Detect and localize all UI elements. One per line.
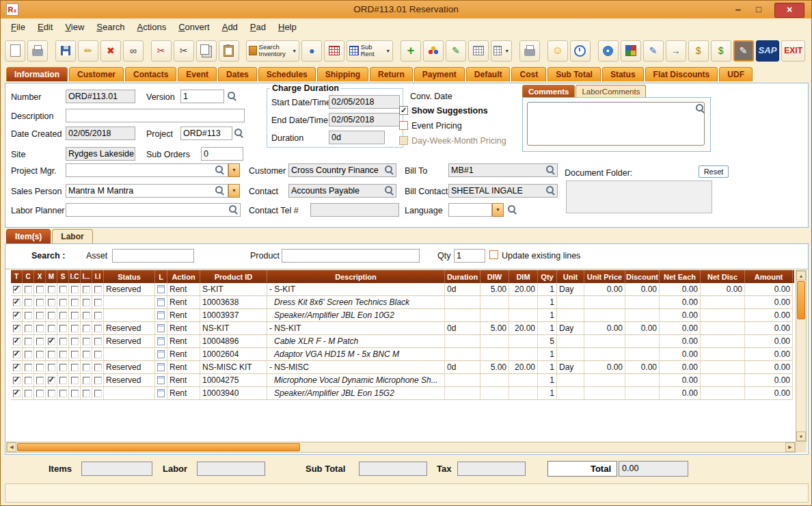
save-button[interactable] xyxy=(55,40,76,62)
comments-tab[interactable]: LaborComments xyxy=(576,85,646,98)
price-list-button[interactable]: $ xyxy=(688,40,709,62)
sales-person-search-icon[interactable] xyxy=(215,185,224,195)
row-checkbox-cell[interactable] xyxy=(11,348,23,361)
description-field[interactable] xyxy=(66,109,245,122)
row-checkbox[interactable] xyxy=(13,364,21,371)
row-checkbox-cell[interactable] xyxy=(23,283,34,296)
delete-button[interactable]: ✖ xyxy=(100,40,121,62)
row-checkbox-cell[interactable] xyxy=(92,387,104,400)
row-checkbox-cell[interactable] xyxy=(69,374,81,387)
row-checkbox[interactable] xyxy=(83,390,90,397)
row-checkbox[interactable] xyxy=(25,364,32,371)
row-checkbox-cell[interactable] xyxy=(23,387,34,400)
show-suggestions-checkbox[interactable] xyxy=(399,106,408,115)
edit-doc-button[interactable]: ✎ xyxy=(643,40,664,62)
row-checkbox-cell[interactable] xyxy=(81,296,92,309)
menu-item[interactable]: File xyxy=(5,21,31,34)
menu-item[interactable]: View xyxy=(59,21,90,34)
ink-drop-button[interactable]: ● xyxy=(301,40,322,62)
tab[interactable]: Default xyxy=(466,67,511,81)
action-cell[interactable]: Rent xyxy=(167,335,200,348)
row-checkbox-cell[interactable] xyxy=(57,335,69,348)
row-checkbox-cell[interactable] xyxy=(69,361,81,374)
smiley-button[interactable]: ☺ xyxy=(547,40,568,62)
row-checkbox-cell[interactable] xyxy=(46,322,57,335)
tab[interactable]: Payment xyxy=(414,67,465,81)
tab[interactable]: Event xyxy=(178,67,217,81)
currency-exchange-button[interactable]: $ xyxy=(711,40,731,62)
row-checkbox[interactable] xyxy=(94,312,102,319)
row-checkbox-cell[interactable] xyxy=(34,335,46,348)
tab[interactable]: Return xyxy=(370,67,413,81)
row-checkbox-cell[interactable] xyxy=(69,335,81,348)
column-header[interactable]: Duration xyxy=(445,270,481,283)
export-button[interactable]: → xyxy=(666,40,686,62)
row-checkbox[interactable] xyxy=(48,299,55,306)
tab[interactable]: Sub Total xyxy=(547,67,601,81)
sales-person-field[interactable]: Mantra M Mantra xyxy=(66,184,228,198)
menu-item[interactable]: Convert xyxy=(172,21,216,34)
row-checkbox-cell[interactable] xyxy=(34,322,46,335)
row-checkbox-cell[interactable] xyxy=(92,348,104,361)
contact-tel-field[interactable] xyxy=(310,203,399,217)
comments-search-icon[interactable] xyxy=(695,103,705,113)
row-checkbox-cell[interactable] xyxy=(69,387,81,400)
row-checkbox-cell[interactable] xyxy=(23,309,34,322)
bill-to-search-icon[interactable] xyxy=(545,165,555,174)
row-checkbox[interactable] xyxy=(25,377,32,384)
row-checkbox[interactable] xyxy=(13,325,21,332)
row-checkbox-cell[interactable] xyxy=(57,361,69,374)
menu-item[interactable]: Actions xyxy=(131,21,173,34)
vertical-scroll-thumb[interactable] xyxy=(797,281,805,319)
row-checkbox[interactable] xyxy=(71,325,79,332)
product-input[interactable] xyxy=(282,249,420,263)
row-checkbox[interactable] xyxy=(71,377,79,384)
row-checkbox[interactable] xyxy=(71,299,79,306)
row-checkbox-cell[interactable] xyxy=(46,374,57,387)
row-checkbox-cell[interactable] xyxy=(23,335,34,348)
tab[interactable]: Information xyxy=(6,67,68,81)
row-checkbox[interactable] xyxy=(13,299,21,306)
report-print-button[interactable] xyxy=(519,40,540,62)
column-header[interactable]: Discount xyxy=(625,270,660,283)
row-checkbox[interactable] xyxy=(25,286,32,293)
row-checkbox-cell[interactable] xyxy=(11,335,23,348)
column-header[interactable]: I... xyxy=(81,270,92,283)
row-checkbox-cell[interactable] xyxy=(92,335,104,348)
row-checkbox-cell[interactable] xyxy=(81,387,92,400)
site-field[interactable]: Rydges Lakeside xyxy=(66,147,135,161)
contact-field[interactable]: Accounts Payable xyxy=(288,184,396,198)
row-checkbox[interactable] xyxy=(59,351,67,358)
action-cell[interactable]: Rent xyxy=(167,322,200,335)
column-header[interactable]: Net Each xyxy=(660,270,701,283)
row-checkbox[interactable] xyxy=(48,351,55,358)
maximize-button[interactable]: □ xyxy=(751,1,766,18)
row-checkbox-cell[interactable] xyxy=(81,283,92,296)
qty-input[interactable]: 1 xyxy=(454,249,485,263)
table-row[interactable]: Rent 10003940 Speaker/Amplifier JBL Eon … xyxy=(11,387,793,400)
row-checkbox[interactable] xyxy=(71,364,79,371)
row-checkbox-cell[interactable] xyxy=(81,322,92,335)
row-checkbox-cell[interactable] xyxy=(81,309,92,322)
row-checkbox-cell[interactable] xyxy=(23,322,34,335)
row-checkbox-cell[interactable] xyxy=(69,322,81,335)
row-checkbox-cell[interactable] xyxy=(57,348,69,361)
row-checkbox[interactable] xyxy=(83,312,90,319)
items-tab[interactable]: Labor xyxy=(52,229,92,243)
row-checkbox[interactable] xyxy=(94,364,102,371)
reset-button[interactable]: Reset xyxy=(699,165,729,178)
row-checkbox[interactable] xyxy=(94,325,102,332)
bill-contact-field[interactable]: SHEETAL INGALE xyxy=(448,184,558,198)
column-header[interactable]: Action xyxy=(167,270,200,283)
labor-planner-search-icon[interactable] xyxy=(228,204,238,214)
menu-item[interactable]: Add xyxy=(216,21,244,34)
row-checkbox-cell[interactable] xyxy=(57,309,69,322)
row-checkbox-cell[interactable] xyxy=(92,283,104,296)
row-checkbox-cell[interactable] xyxy=(46,296,57,309)
horizontal-scrollbar[interactable]: ◀ ▶ xyxy=(6,442,796,453)
row-checkbox[interactable] xyxy=(25,351,32,358)
print-button[interactable] xyxy=(27,40,48,62)
column-header[interactable]: Unit Price xyxy=(584,270,625,283)
sub-rent-dropdown-icon[interactable]: ▼ xyxy=(385,49,390,53)
cube-button[interactable] xyxy=(621,40,641,62)
